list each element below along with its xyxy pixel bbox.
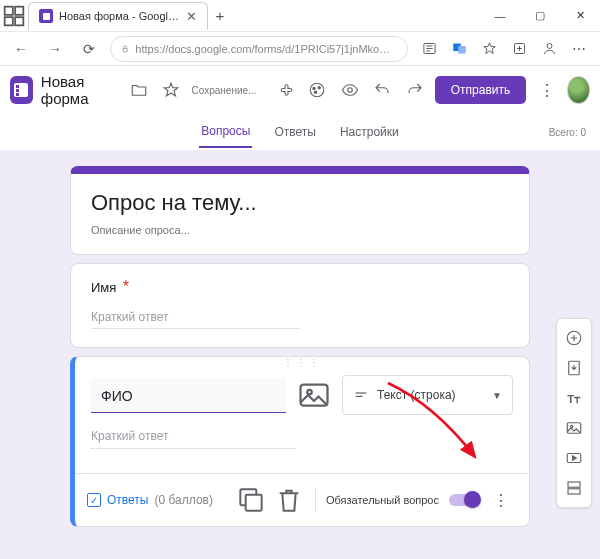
form-title-card[interactable]: Опрос на тему... Описание опроса... — [70, 166, 530, 255]
required-label: Обязательный вопрос — [326, 494, 439, 506]
send-button[interactable]: Отправить — [435, 76, 527, 104]
tab-title: Новая форма - Google Формы — [59, 10, 180, 22]
form-title-input[interactable]: Опрос на тему... — [91, 190, 509, 216]
tab-questions[interactable]: Вопросы — [199, 116, 252, 148]
window-controls: — ▢ ✕ — [480, 0, 600, 32]
app-header: Новая форма Сохранение... Отправить ⋮ — [0, 66, 600, 114]
save-status: Сохранение... — [192, 85, 257, 96]
floating-toolbar: Tᴛ — [556, 318, 592, 508]
new-tab-button[interactable]: + — [208, 7, 232, 24]
forms-logo-icon[interactable] — [10, 76, 33, 104]
answer-key-button[interactable]: ✓ Ответы — [87, 493, 148, 507]
tab-list-button[interactable] — [0, 2, 28, 30]
reload-button[interactable]: ⟳ — [76, 36, 102, 62]
check-icon: ✓ — [87, 493, 101, 507]
svg-point-12 — [318, 87, 320, 89]
add-video-button[interactable] — [559, 443, 589, 473]
delete-button[interactable] — [273, 484, 305, 516]
redo-button[interactable] — [402, 75, 426, 105]
account-avatar[interactable] — [567, 76, 590, 104]
tab-responses[interactable]: Ответы — [272, 117, 317, 147]
question-card-2[interactable]: ⋮⋮⋮ Текст (строка) ▼ Краткий ответ ✓ Отв… — [70, 356, 530, 527]
svg-rect-7 — [458, 46, 466, 54]
preview-button[interactable] — [337, 75, 361, 105]
svg-point-14 — [347, 88, 352, 93]
add-image-toolbar-button[interactable] — [559, 413, 589, 443]
svg-rect-0 — [5, 6, 13, 14]
window-maximize[interactable]: ▢ — [520, 0, 560, 32]
favorites-button[interactable] — [476, 36, 502, 62]
add-title-button[interactable]: Tᴛ — [559, 383, 589, 413]
addons-button[interactable] — [272, 75, 296, 105]
question-more-button[interactable]: ⋮ — [485, 484, 517, 516]
svg-point-9 — [547, 44, 552, 49]
back-button[interactable]: ← — [8, 36, 34, 62]
question-label: Имя — [91, 280, 116, 295]
address-bar[interactable]: https://docs.google.com/forms/d/1PRICi57… — [110, 36, 408, 62]
collections-button[interactable] — [506, 36, 532, 62]
required-indicator: * — [123, 278, 129, 295]
document-title[interactable]: Новая форма — [41, 73, 119, 107]
question-type-label: Текст (строка) — [377, 388, 456, 402]
drag-handle-icon[interactable]: ⋮⋮⋮ — [75, 357, 529, 371]
google-forms-favicon — [39, 9, 53, 23]
lock-icon — [121, 43, 129, 55]
close-tab-icon[interactable]: ✕ — [186, 9, 197, 24]
svg-rect-3 — [15, 17, 23, 25]
svg-point-11 — [313, 87, 315, 89]
import-questions-button[interactable] — [559, 353, 589, 383]
forward-button[interactable]: → — [42, 36, 68, 62]
total-points: Всего: 0 — [549, 127, 586, 138]
editor-tabs: Вопросы Ответы Настройки Всего: 0 — [0, 114, 600, 150]
svg-point-13 — [315, 91, 317, 93]
theme-button[interactable] — [305, 75, 329, 105]
svg-rect-2 — [5, 17, 13, 25]
required-toggle[interactable] — [449, 494, 479, 506]
add-image-button[interactable] — [296, 377, 332, 413]
svg-rect-17 — [246, 495, 262, 511]
move-to-folder-button[interactable] — [127, 75, 151, 105]
chevron-down-icon: ▼ — [492, 390, 502, 401]
svg-rect-25 — [568, 489, 580, 494]
window-minimize[interactable]: — — [480, 0, 520, 32]
svg-point-10 — [310, 83, 324, 97]
duplicate-button[interactable] — [235, 484, 267, 516]
svg-text:Tᴛ: Tᴛ — [567, 393, 581, 405]
tab-settings[interactable]: Настройки — [338, 117, 401, 147]
profile-button[interactable] — [536, 36, 562, 62]
question-card-1[interactable]: Имя * Краткий ответ — [70, 263, 530, 348]
browser-tab[interactable]: Новая форма - Google Формы ✕ — [28, 2, 208, 30]
points-label: (0 баллов) — [154, 493, 212, 507]
short-text-icon — [353, 387, 369, 403]
question-type-dropdown[interactable]: Текст (строка) ▼ — [342, 375, 513, 415]
svg-rect-24 — [568, 482, 580, 487]
svg-rect-4 — [123, 48, 127, 51]
add-question-button[interactable] — [559, 323, 589, 353]
more-menu-button[interactable]: ⋮ — [534, 75, 558, 105]
undo-button[interactable] — [370, 75, 394, 105]
question-footer: ✓ Ответы (0 баллов) Обязательный вопрос … — [75, 474, 529, 526]
svg-rect-1 — [15, 6, 23, 14]
reader-button[interactable] — [416, 36, 442, 62]
question-title-input[interactable] — [91, 378, 286, 413]
window-titlebar: Новая форма - Google Формы ✕ + — ▢ ✕ — [0, 0, 600, 32]
short-answer-preview: Краткий ответ — [91, 310, 300, 329]
more-button[interactable]: ⋯ — [566, 36, 592, 62]
star-button[interactable] — [159, 75, 183, 105]
translate-button[interactable] — [446, 36, 472, 62]
short-answer-placeholder: Краткий ответ — [91, 429, 295, 449]
browser-toolbar: ← → ⟳ https://docs.google.com/forms/d/1P… — [0, 32, 600, 66]
add-section-button[interactable] — [559, 473, 589, 503]
form-description-input[interactable]: Описание опроса... — [91, 224, 509, 236]
window-close[interactable]: ✕ — [560, 0, 600, 32]
form-canvas: Опрос на тему... Описание опроса... Имя … — [0, 150, 600, 559]
url-text: https://docs.google.com/forms/d/1PRICi57… — [135, 43, 397, 55]
